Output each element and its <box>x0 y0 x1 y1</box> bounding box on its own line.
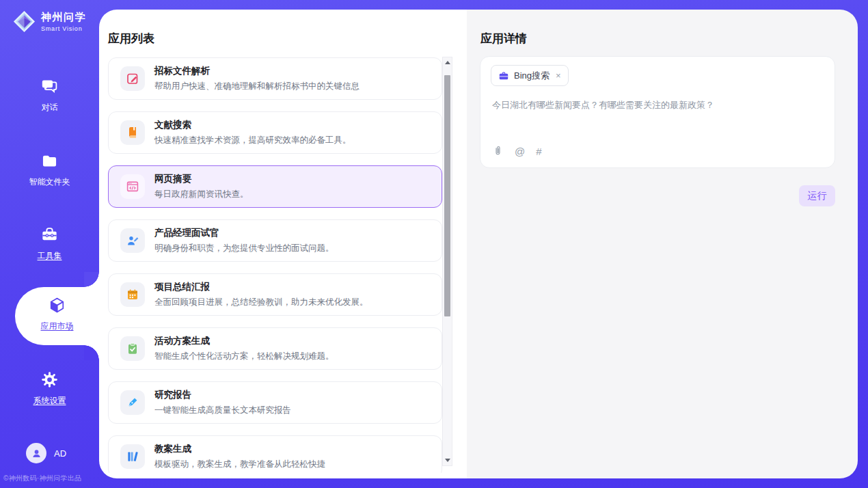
books-icon <box>120 444 145 469</box>
diamond-logo-icon <box>12 10 36 33</box>
person-icon <box>30 447 43 460</box>
list-item-project-summary[interactable]: 项目总结汇报 全面回顾项目进展，总结经验教训，助力未来优化发展。 <box>108 273 442 316</box>
chat-icon <box>40 77 59 96</box>
briefcase-icon <box>498 70 509 81</box>
list-item-web-summary[interactable]: 网页摘要 每日政府新闻资讯快查。 <box>108 165 442 208</box>
avatar <box>26 443 46 463</box>
app-list-panel: 应用列表 招标文件解析 帮助用户快速、准确地理解和解析招标书中的关键信息 <box>99 10 467 478</box>
browser-code-icon <box>120 174 145 199</box>
query-input-card[interactable]: Bing搜索 × 今日湖北有哪些新闻要点？有哪些需要关注的最新政策？ @ # <box>480 56 835 168</box>
scroll-down-arrow-icon[interactable] <box>445 459 450 462</box>
calendar-icon <box>120 282 145 307</box>
sidebar-item-chat[interactable]: 对话 <box>0 77 99 113</box>
copyright-footer: ©神州数码·神州问学出品 <box>3 474 81 483</box>
sidebar-item-settings[interactable]: 系统设置 <box>0 370 99 407</box>
paperclip-icon[interactable] <box>492 145 504 158</box>
sidebar-item-label: 对话 <box>0 102 99 113</box>
book-icon <box>120 120 145 145</box>
folder-icon <box>40 152 59 170</box>
pen-nib-icon <box>120 390 145 415</box>
app-desc: 全面回顾项目进展，总结经验教训，助力未来优化发展。 <box>154 297 368 308</box>
app-desc: 智能生成个性化活动方案，轻松解决规划难题。 <box>154 351 334 362</box>
list-item-literature-search[interactable]: 文献搜索 快速精准查找学术资源，提高研究效率的必备工具。 <box>108 111 442 154</box>
app-title: 项目总结汇报 <box>154 281 368 293</box>
clipboard-check-icon <box>120 336 145 361</box>
sidebar-item-label: 智能文件夹 <box>0 176 99 188</box>
mention-icon[interactable]: @ <box>515 146 525 157</box>
sidebar-item-app-market[interactable]: 应用市场 <box>15 287 99 345</box>
input-toolbar: @ # <box>492 145 542 158</box>
toolbox-icon <box>40 226 59 244</box>
hash-icon[interactable]: # <box>536 146 541 157</box>
app-title: 研究报告 <box>154 389 291 401</box>
user-account[interactable]: AD <box>26 443 66 463</box>
app-desc: 快速精准查找学术资源，提高研究效率的必备工具。 <box>154 135 351 146</box>
scroll-up-arrow-icon[interactable] <box>445 61 450 64</box>
app-desc: 模板驱动，教案生成，教学准备从此轻松快捷 <box>154 459 325 470</box>
run-button[interactable]: 运行 <box>799 185 835 206</box>
sidebar-item-toolset[interactable]: 工具集 <box>0 226 99 262</box>
app-title: 活动方案生成 <box>154 335 334 347</box>
sidebar-item-label: 应用市场 <box>15 321 99 332</box>
cube-icon <box>48 296 66 314</box>
app-title: 招标文件解析 <box>154 65 360 77</box>
brand-logo: 神州问学 Smart Vision <box>12 10 86 33</box>
app-desc: 每日政府新闻资讯快查。 <box>154 189 249 200</box>
app-title: 文献搜索 <box>154 119 351 131</box>
brand-title: 神州问学 <box>41 11 86 24</box>
list-item-pm-interviewer[interactable]: 产品经理面试官 明确身份和职责，为您提供专业性的面试问题。 <box>108 219 442 262</box>
app-detail-panel: 应用详情 Bing搜索 × 今日湖北有哪些新闻要点？有哪些需要关注的最新政策？ … <box>467 10 858 478</box>
app-title: 网页摘要 <box>154 173 249 185</box>
app-desc: 帮助用户快速、准确地理解和解析招标书中的关键信息 <box>154 81 360 92</box>
gear-icon <box>40 370 59 389</box>
app-list-title: 应用列表 <box>108 31 154 46</box>
list-item-bid-parse[interactable]: 招标文件解析 帮助用户快速、准确地理解和解析招标书中的关键信息 <box>108 57 442 100</box>
app-title: 产品经理面试官 <box>154 227 334 239</box>
sidebar-item-label: 系统设置 <box>0 395 99 407</box>
list-item-lesson-plan[interactable]: 教案生成 模板驱动，教案生成，教学准备从此轻松快捷 <box>108 435 442 473</box>
close-icon[interactable]: × <box>556 70 561 81</box>
app-title: 教案生成 <box>154 443 325 455</box>
app-desc: 一键智能生成高质量长文本研究报告 <box>154 405 291 416</box>
app-list: 招标文件解析 帮助用户快速、准确地理解和解析招标书中的关键信息 文献搜索 快速精… <box>108 57 442 473</box>
user-name: AD <box>54 448 66 459</box>
list-item-event-plan[interactable]: 活动方案生成 智能生成个性化活动方案，轻松解决规划难题。 <box>108 327 442 370</box>
brand-subtitle: Smart Vision <box>41 25 86 32</box>
tool-tag-bing-search[interactable]: Bing搜索 × <box>491 65 569 86</box>
list-item-research-report[interactable]: 研究报告 一键智能生成高质量长文本研究报告 <box>108 381 442 424</box>
main-content: 应用列表 招标文件解析 帮助用户快速、准确地理解和解析招标书中的关键信息 <box>99 10 858 478</box>
list-scrollbar[interactable] <box>442 57 452 466</box>
app-root: { "brand": { "title": "神州问学", "subtitle"… <box>0 0 868 488</box>
pen-square-icon <box>120 66 145 91</box>
query-text[interactable]: 今日湖北有哪些新闻要点？有哪些需要关注的最新政策？ <box>492 99 821 111</box>
sidebar: 神州问学 Smart Vision 对话 智能文件夹 工具集 <box>0 0 99 488</box>
interviewer-icon <box>120 228 145 253</box>
app-desc: 明确身份和职责，为您提供专业性的面试问题。 <box>154 243 334 254</box>
scrollbar-thumb[interactable] <box>444 75 450 316</box>
sidebar-item-smart-folder[interactable]: 智能文件夹 <box>0 152 99 188</box>
sidebar-item-label: 工具集 <box>0 250 99 262</box>
tool-tag-label: Bing搜索 <box>514 70 550 82</box>
app-detail-title: 应用详情 <box>480 31 527 46</box>
